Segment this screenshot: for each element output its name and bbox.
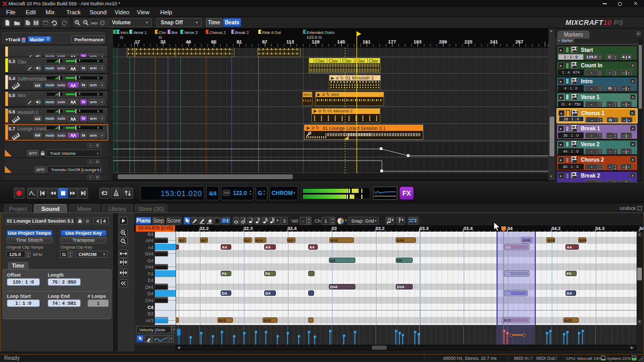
svg-text:MIDI: MIDI (91, 22, 98, 25)
